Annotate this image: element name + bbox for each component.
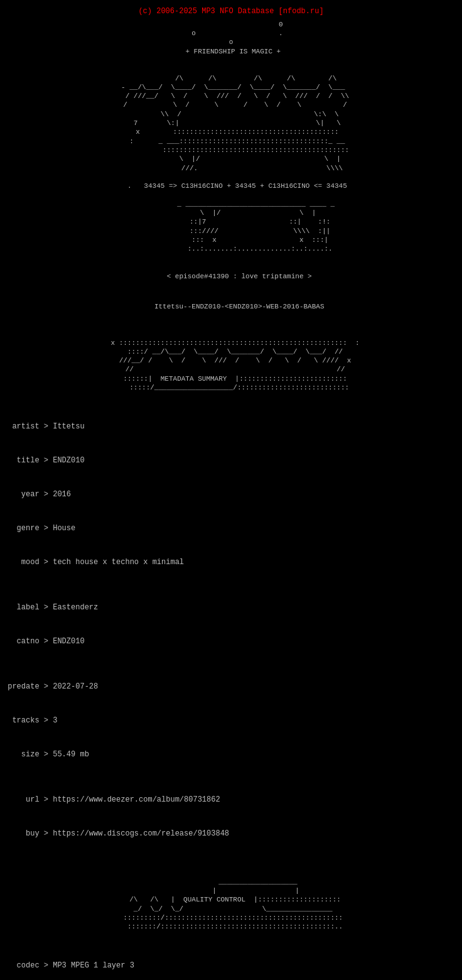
episode-line: < episode#41390 : love triptamine >: [3, 263, 459, 290]
size-row: size > 55.49 mb: [3, 749, 459, 760]
codec-row: codec > MP3 MPEG 1 layer 3: [3, 960, 459, 971]
quality-block: codec > MP3 MPEG 1 layer 3 encoder > Lam…: [3, 937, 459, 980]
artist-row: artist > Ittetsu: [3, 421, 459, 432]
metadata-block: artist > Ittetsu title > ENDZ010 year > …: [3, 398, 459, 862]
quality-ascii-art: ___________________ | | /\ /\ | QUALITY …: [3, 868, 459, 931]
mood-row: mood > tech house x techno x minimal: [3, 557, 459, 568]
buy-row: buy > https://www.discogs.com/release/91…: [3, 828, 459, 839]
header-title: (c) 2006-2025 MP3 NFO Database [nfodb.ru…: [3, 6, 459, 17]
tracks-row: tracks > 3: [3, 715, 459, 726]
catno-row: catno > ENDZ010: [3, 636, 459, 647]
ascii-art-top: 0 o . o + FRIENDSHIP IS MAGIC + /\ /\ /\…: [3, 20, 459, 254]
predate-row: predate > 2022-07-28: [3, 681, 459, 692]
title-row: title > ENDZ010: [3, 455, 459, 466]
label-row: label > Eastenderz: [3, 602, 459, 613]
url-row: url > https://www.deezer.com/album/80731…: [3, 794, 459, 805]
page-container: (c) 2006-2025 MP3 NFO Database [nfodb.ru…: [3, 6, 459, 980]
genre-row: genre > House: [3, 523, 459, 534]
metadata-ascii-art: x ::::::::::::::::::::::::::::::::::::::…: [3, 329, 459, 392]
release-line: Ittetsu--ENDZ010-<ENDZ010>-WEB-2016-BABA…: [3, 293, 459, 320]
year-row: year > 2016: [3, 489, 459, 500]
